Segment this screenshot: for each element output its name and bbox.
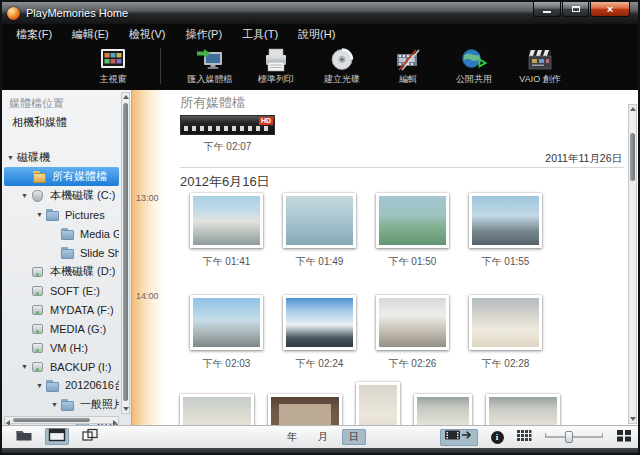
toolbar-button-main-window[interactable]: 主視窗 (80, 47, 146, 86)
filmstrip-icon (444, 428, 474, 446)
expand-arrow-icon[interactable] (36, 382, 46, 389)
menu-item-0[interactable]: 檔案(F) (6, 24, 62, 45)
tree-item[interactable]: 20120616台南小旅行 (2, 376, 119, 395)
menu-bar: 檔案(F)編輯(E)檢視(V)操作(P)工具(T)說明(H) (2, 24, 638, 44)
scrollbar-thumb[interactable] (123, 103, 128, 401)
scrollbar-thumb[interactable] (630, 133, 635, 181)
sidebar-section-drives[interactable]: 磁碟機 (2, 148, 131, 166)
toolbar-button-share-globe[interactable]: 公開共用 (441, 47, 507, 86)
photo-cell: 下午 01:41 (180, 193, 273, 269)
granularity-button-day[interactable]: 日 (342, 429, 366, 445)
photo-thumbnail[interactable] (376, 295, 449, 350)
toolbar-button-import-media[interactable]: 匯入媒體檔 (177, 47, 243, 86)
menu-item-1[interactable]: 編輯(E) (62, 24, 119, 45)
sidebar-vertical-scrollbar[interactable] (121, 92, 130, 414)
tree-item[interactable]: Pictures (2, 205, 119, 224)
title-bar[interactable]: PlayMemories Home × (2, 2, 638, 24)
scroll-up-icon[interactable] (123, 95, 129, 99)
expand-arrow-icon[interactable] (21, 363, 31, 370)
main-body: 媒體檔位置 相機和媒體 磁碟機 所有媒體檔本機磁碟 (C:)PicturesMe… (2, 90, 638, 425)
photo-image (379, 196, 446, 245)
menu-item-3[interactable]: 操作(P) (175, 24, 232, 45)
folder-icon (46, 209, 61, 221)
scroll-up-icon[interactable] (630, 107, 636, 111)
photo-cell: 下午 02:28 (459, 295, 552, 371)
tree-item[interactable]: SOFT (E:) (2, 281, 119, 300)
menu-item-2[interactable]: 檢視(V) (119, 24, 176, 45)
drive-icon (31, 361, 46, 373)
tree-item[interactable]: VM (H:) (2, 338, 119, 357)
photo-thumbnail[interactable] (268, 394, 342, 425)
folder-view-button[interactable] (12, 428, 36, 445)
calendar-view-button[interactable] (45, 428, 69, 445)
menu-item-4[interactable]: 工具(T) (232, 24, 288, 45)
toolbar-label: 匯入媒體檔 (188, 73, 233, 86)
photo-image (379, 298, 446, 347)
tree-item[interactable]: Media Go (2, 224, 119, 243)
toolbar-button-clapperboard[interactable]: VAIO 創作 (507, 47, 573, 86)
map-view-icon (81, 428, 99, 446)
photo-thumbnail[interactable] (469, 193, 542, 248)
photo-cell: 下午 02:26 (366, 295, 459, 371)
toolbar-button-print[interactable]: 標準列印 (243, 47, 309, 86)
grid-view-icon (616, 428, 632, 446)
photo-image (193, 298, 260, 347)
slider-thumb[interactable] (565, 431, 573, 443)
photo-thumbnail[interactable] (414, 394, 472, 425)
menu-item-5[interactable]: 說明(H) (288, 24, 345, 45)
photo-thumbnail[interactable] (190, 193, 263, 248)
expand-arrow-icon[interactable] (36, 211, 46, 218)
drive-c-icon (31, 190, 46, 202)
minimize-button[interactable] (533, 2, 561, 17)
tree-item[interactable]: BACKUP (I:) (2, 357, 119, 376)
folder-icon (61, 247, 76, 259)
tree-item[interactable]: MYDATA (F:) (2, 300, 119, 319)
map-view-button[interactable] (78, 428, 102, 445)
tree-item[interactable]: 所有媒體檔 (4, 167, 119, 186)
scroll-down-icon[interactable] (630, 417, 636, 421)
tree-item-label: 20120616台南小旅行 (65, 378, 119, 393)
expand-arrow-icon[interactable] (51, 401, 61, 408)
tree-item[interactable]: 一般照片 (2, 395, 119, 414)
photo-thumbnail[interactable] (486, 394, 560, 425)
folder-icon (61, 228, 76, 240)
sidebar-item-cameras-media[interactable]: 相機和媒體 (2, 113, 131, 132)
photo-image (489, 397, 557, 425)
sidebar-section-label: 磁碟機 (17, 150, 50, 165)
toolbar-button-edit-film[interactable]: 編輯 (375, 47, 441, 86)
photo-thumbnail[interactable] (283, 193, 356, 248)
filmstrip-toggle-button[interactable] (440, 429, 478, 446)
window-bottom-edge (2, 448, 638, 455)
photo-time-label: 下午 01:41 (203, 255, 251, 269)
granularity-button-month[interactable]: 月 (311, 429, 335, 445)
folder-icon (61, 399, 76, 411)
close-button[interactable]: × (590, 2, 630, 17)
photo-thumbnail[interactable] (283, 295, 356, 350)
toolbar-label: 主視窗 (100, 73, 127, 86)
sidebar-horizontal-scrollbar[interactable] (4, 416, 119, 424)
scroll-down-icon[interactable] (123, 407, 129, 411)
photo-thumbnail[interactable] (180, 394, 254, 425)
info-button[interactable]: i (489, 429, 505, 446)
granularity-button-year[interactable]: 年 (280, 429, 304, 445)
toolbar-button-create-disc[interactable]: 建立光碟 (309, 47, 375, 86)
tree-item[interactable]: 本機磁碟 (D:) (2, 262, 119, 281)
thumbnail-size-slider[interactable] (543, 430, 605, 444)
slider-track[interactable] (545, 436, 603, 438)
expand-arrow-icon[interactable] (21, 192, 31, 199)
tree-item-label: Media Go (80, 228, 119, 240)
photo-thumbnail[interactable] (469, 295, 542, 350)
scrollbar-thumb[interactable] (13, 418, 90, 422)
photo-image (417, 397, 469, 425)
photo-thumbnail[interactable] (356, 382, 400, 425)
video-filmstrip-thumbnail[interactable]: HD (180, 115, 275, 135)
tree-item[interactable]: Slide Shows (2, 243, 119, 262)
tree-item[interactable]: 本機磁碟 (C:) (2, 186, 119, 205)
tree-item[interactable]: MEDIA (G:) (2, 319, 119, 338)
maximize-button[interactable] (562, 2, 589, 17)
tree-item-label: 本機磁碟 (D:) (50, 264, 115, 279)
video-item[interactable]: HD 下午 02:07 (180, 115, 275, 152)
photo-thumbnail[interactable] (376, 193, 449, 248)
content-vertical-scrollbar[interactable] (628, 104, 637, 424)
photo-thumbnail[interactable] (190, 295, 263, 350)
